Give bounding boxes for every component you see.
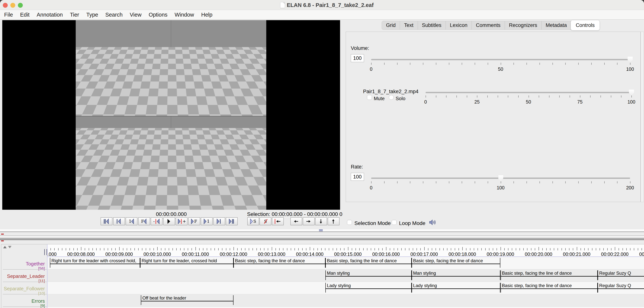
media-volume-slider-track[interactable] bbox=[426, 92, 632, 93]
media-volume-tick-label: 50 bbox=[526, 99, 531, 105]
tab-controls[interactable]: Controls bbox=[571, 20, 600, 30]
annotation[interactable]: Off beat for the leader bbox=[141, 295, 234, 305]
rate-tick-label: 100 bbox=[497, 185, 505, 190]
annotation[interactable]: Basic step, facing the line of dance bbox=[500, 283, 598, 292]
controls-scrollbar[interactable] bbox=[640, 32, 644, 202]
volume-slider-track[interactable] bbox=[371, 59, 630, 60]
zoom-window-button[interactable] bbox=[18, 3, 23, 8]
second-right-button[interactable] bbox=[303, 217, 315, 225]
loop-mode-checkbox[interactable] bbox=[392, 220, 396, 225]
volume-value-box[interactable]: 100 bbox=[351, 54, 364, 62]
annotation[interactable]: Regular Suzy Q bbox=[598, 270, 644, 280]
annotation-down-button[interactable] bbox=[315, 217, 327, 225]
transport-icon: 1 bbox=[202, 218, 211, 224]
media-volume-tick bbox=[600, 96, 601, 98]
menu-edit[interactable]: Edit bbox=[16, 12, 33, 18]
tab-text[interactable]: Text bbox=[400, 21, 418, 30]
annotation[interactable]: Right turn for the leader with crossed h… bbox=[50, 258, 140, 268]
close-window-button[interactable] bbox=[3, 3, 8, 8]
tab-subtitles[interactable]: Subtitles bbox=[418, 21, 446, 30]
mute-label[interactable]: Mute bbox=[374, 96, 385, 102]
solo-label[interactable]: Solo bbox=[396, 96, 406, 102]
media-overview-bar[interactable] bbox=[0, 238, 644, 240]
menu-tier[interactable]: Tier bbox=[66, 12, 83, 18]
ruler-time-label: 00:00:09.000 bbox=[106, 252, 133, 257]
next-scrollview-button[interactable] bbox=[213, 217, 225, 225]
annotation[interactable]: Basic step, facing the line of dance bbox=[326, 258, 412, 268]
dancer-figure-blue bbox=[123, 128, 157, 201]
media-volume-tick-label: 25 bbox=[474, 99, 480, 105]
media-volume-tick bbox=[508, 96, 508, 98]
go-to-begin-button[interactable] bbox=[100, 217, 112, 225]
svg-text:-: - bbox=[153, 219, 154, 224]
media-volume-tick bbox=[467, 96, 467, 98]
media-volume-tick-label: 0 bbox=[424, 99, 427, 105]
annotation[interactable]: Basic step, facing the line of dance bbox=[412, 258, 500, 268]
media-volume-slider-thumb[interactable] bbox=[629, 90, 634, 96]
play-selection-button[interactable]: S bbox=[247, 217, 259, 225]
solo-radio[interactable] bbox=[389, 95, 394, 100]
pixel-right-button[interactable]: F bbox=[188, 217, 200, 225]
annotation[interactable]: Basic step, facing the line of dance bbox=[234, 258, 326, 268]
annotation[interactable]: Basic step, facing the line of dance bbox=[500, 270, 598, 280]
timeline-viewer: Together[56]Separate_Leader[11]Separate_… bbox=[1, 244, 644, 308]
annotation[interactable]: Man styling bbox=[412, 270, 500, 280]
previous-scrollview-button[interactable] bbox=[113, 217, 125, 225]
annotation[interactable]: Lady styling bbox=[412, 283, 500, 292]
pixel-left-button[interactable]: F bbox=[138, 217, 150, 225]
menu-help[interactable]: Help bbox=[198, 12, 216, 18]
mute-checkbox[interactable] bbox=[367, 95, 372, 100]
go-to-selection-begin-button[interactable]: - bbox=[151, 217, 162, 225]
rate-value-box[interactable]: 100 bbox=[351, 173, 364, 181]
svg-text:S: S bbox=[253, 219, 256, 224]
volume-tick bbox=[384, 63, 384, 65]
sort-tiers-up-icon[interactable] bbox=[3, 246, 6, 248]
menu-view[interactable]: View bbox=[126, 12, 145, 18]
tier-count: [10] bbox=[4, 291, 45, 296]
clear-selection-button[interactable]: S bbox=[260, 217, 271, 225]
tab-grid[interactable]: Grid bbox=[382, 21, 400, 30]
annotation-density-bar[interactable] bbox=[0, 236, 644, 238]
crosshair-to-selection-begin-button[interactable] bbox=[272, 217, 284, 225]
rate-tick bbox=[630, 181, 630, 183]
tier-divider-handle[interactable] bbox=[44, 249, 47, 255]
horizontal-splitter[interactable] bbox=[0, 229, 644, 232]
tier-column-divider[interactable] bbox=[47, 244, 48, 308]
go-to-end-button[interactable] bbox=[226, 217, 238, 225]
tab-recognizers[interactable]: Recognizers bbox=[505, 21, 542, 30]
media-volume-tick-label: 100 bbox=[628, 99, 635, 105]
rate-slider-thumb[interactable] bbox=[498, 175, 503, 181]
menu-search[interactable]: Search bbox=[102, 12, 126, 18]
menu-file[interactable]: File bbox=[4, 12, 16, 18]
menu-annotation[interactable]: Annotation bbox=[33, 12, 66, 18]
annotation[interactable]: Lady styling bbox=[326, 283, 412, 292]
menu-type[interactable]: Type bbox=[83, 12, 102, 18]
menu-options[interactable]: Options bbox=[145, 12, 171, 18]
document-icon bbox=[280, 2, 285, 8]
selection-mode-checkbox[interactable] bbox=[347, 220, 352, 225]
minimize-window-button[interactable] bbox=[10, 3, 15, 8]
annotation-up-button[interactable] bbox=[328, 217, 340, 225]
dancer-figure-blue bbox=[172, 128, 206, 201]
play-pause-button[interactable] bbox=[163, 217, 175, 225]
annotation[interactable]: Regular Suzy Q bbox=[598, 283, 644, 292]
second-left-button[interactable] bbox=[290, 217, 302, 225]
menu-window[interactable]: Window bbox=[171, 12, 198, 18]
volume-tick bbox=[410, 63, 410, 65]
go-to-selection-end-button[interactable]: + bbox=[176, 217, 188, 225]
annotation[interactable]: Right turn for the leader, crossed hold bbox=[140, 258, 234, 268]
previous-frame-button[interactable]: 1 bbox=[126, 217, 138, 225]
volume-slider-thumb[interactable] bbox=[628, 57, 633, 62]
ruler-time-label: 00:00:10.000 bbox=[144, 252, 171, 257]
splitter-handle-icon[interactable] bbox=[318, 230, 323, 232]
next-frame-button[interactable]: 1 bbox=[201, 217, 212, 225]
tab-comments[interactable]: Comments bbox=[472, 21, 505, 30]
sort-tiers-down-icon[interactable] bbox=[8, 246, 12, 248]
speaker-icon[interactable] bbox=[429, 219, 436, 226]
rate-tick bbox=[462, 181, 462, 183]
rate-tick bbox=[526, 181, 527, 183]
tab-metadata[interactable]: Metadata bbox=[542, 21, 571, 30]
annotation-text: Right turn for the leader with crossed h… bbox=[50, 258, 140, 264]
tab-lexicon[interactable]: Lexicon bbox=[446, 21, 472, 30]
annotation[interactable]: Man styling bbox=[326, 270, 412, 280]
